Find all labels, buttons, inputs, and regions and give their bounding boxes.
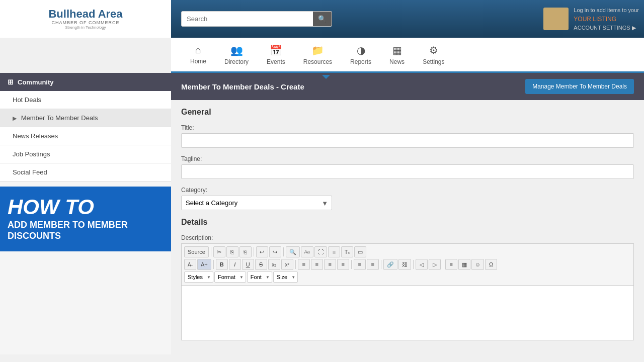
- community-icon: ⊞: [8, 78, 14, 86]
- description-label: Description:: [181, 234, 634, 241]
- show-blocks-button[interactable]: ≡: [328, 246, 340, 257]
- blockquote-button[interactable]: ≡: [445, 259, 457, 270]
- settings-icon: ⚙: [429, 44, 438, 56]
- print-button[interactable]: ▭: [354, 246, 366, 257]
- general-section-title: General: [181, 108, 634, 117]
- toolbar-sep-7: [381, 260, 381, 269]
- toolbar-sep-3: [283, 247, 284, 256]
- avatar: [543, 8, 569, 30]
- indent-decrease-button[interactable]: ◁: [416, 259, 428, 270]
- sidebar: ⊞ Community Hot Deals ▶ Member To Member…: [0, 73, 171, 354]
- user-greeting: Log in to add items to your: [574, 6, 639, 15]
- source-button[interactable]: Source: [184, 246, 209, 257]
- nav-label-settings: Settings: [423, 58, 444, 65]
- title-input[interactable]: [181, 133, 634, 148]
- maximize-button[interactable]: ⛶: [314, 246, 327, 257]
- nav-item-home[interactable]: ⌂ Home: [181, 40, 215, 69]
- nav-item-resources[interactable]: 📁 Resources: [294, 40, 341, 69]
- toolbar-sep-4: [213, 260, 214, 269]
- howto-line1: HOW TO: [8, 197, 164, 218]
- toolbar-sep-9: [443, 260, 443, 269]
- align-justify-button[interactable]: ≡: [337, 259, 349, 270]
- sidebar-label-job-postings: Job Postings: [13, 150, 50, 158]
- home-icon: ⌂: [195, 44, 201, 56]
- directory-icon: 👥: [230, 44, 243, 56]
- description-field-group: Description: Source ✂ ⎘ ⎗ ↩ ↪: [181, 234, 634, 340]
- underline-button[interactable]: U: [242, 259, 254, 270]
- search-button[interactable]: 🔍: [313, 12, 332, 26]
- details-section: Details Description: Source ✂ ⎘ ⎗: [181, 218, 634, 340]
- page-title: Member To Member Deals - Create: [181, 82, 304, 91]
- unlink-button[interactable]: ⛓: [398, 259, 411, 270]
- manage-button[interactable]: Manage Member To Member Deals: [525, 79, 634, 94]
- bold-button[interactable]: B: [216, 259, 228, 270]
- subscript-button[interactable]: x₂: [268, 259, 280, 270]
- search-input[interactable]: [182, 12, 313, 26]
- unordered-list-button[interactable]: ≡: [367, 259, 379, 270]
- nav-item-events[interactable]: 📅 Events: [258, 40, 294, 69]
- font-size-decrease-button[interactable]: A-: [184, 259, 196, 270]
- smiley-button[interactable]: ☺: [471, 259, 484, 270]
- superscript-button[interactable]: x²: [281, 259, 293, 270]
- form-container: General Title: Tagline: Category: Select…: [171, 100, 644, 354]
- undo-button[interactable]: ↩: [256, 246, 268, 257]
- toolbar-sep-1: [211, 247, 211, 256]
- sidebar-section-label: Community: [18, 78, 54, 86]
- category-field-group: Category: Select a Category ▼: [181, 187, 634, 210]
- sidebar-item-news-releases[interactable]: News Releases: [0, 127, 171, 145]
- nav-item-directory[interactable]: 👥 Directory: [215, 40, 258, 69]
- sidebar-item-member-to-member[interactable]: ▶ Member To Member Deals: [0, 109, 171, 127]
- sidebar-label-news-releases: News Releases: [13, 132, 58, 140]
- tagline-input[interactable]: [181, 164, 634, 179]
- logo-area: Bullhead Area CHAMBER OF COMMERCE Streng…: [0, 0, 171, 38]
- tagline-label: Tagline:: [181, 155, 634, 162]
- nav-label-news: News: [389, 58, 405, 65]
- howto-line2: ADD MEMBER TO MEMBER DISCOUNTS: [8, 220, 164, 241]
- category-select[interactable]: Select a Category: [181, 196, 332, 210]
- search-box[interactable]: 🔍: [181, 11, 332, 27]
- indent-increase-button[interactable]: ▷: [429, 259, 441, 270]
- nav-label-events: Events: [267, 58, 285, 65]
- remove-format-button[interactable]: Tₓ: [341, 246, 353, 257]
- cut-button[interactable]: ✂: [213, 246, 225, 257]
- description-editor[interactable]: [181, 285, 634, 340]
- replace-button[interactable]: Aa: [301, 246, 313, 257]
- title-label: Title:: [181, 124, 634, 131]
- nav-label-reports: Reports: [350, 58, 371, 65]
- strikethrough-button[interactable]: S: [255, 259, 267, 270]
- special-char-button[interactable]: Ω: [485, 259, 497, 270]
- reports-icon: ◑: [357, 44, 365, 56]
- table-button[interactable]: ▦: [458, 259, 470, 270]
- user-account-link[interactable]: ACCOUNT SETTINGS ▶: [574, 24, 639, 32]
- ordered-list-button[interactable]: ≡: [354, 259, 366, 270]
- italic-button[interactable]: I: [229, 259, 241, 270]
- logo-subtitle: CHAMBER OF COMMERCE: [48, 20, 122, 25]
- toolbar-sep-8: [413, 260, 414, 269]
- paste-button[interactable]: ⎗: [239, 246, 252, 257]
- sidebar-item-hot-deals[interactable]: Hot Deals: [0, 91, 171, 109]
- redo-button[interactable]: ↪: [269, 246, 281, 257]
- link-button[interactable]: 🔗: [383, 259, 397, 270]
- copy-button[interactable]: ⎘: [226, 246, 238, 257]
- format-dropdown[interactable]: Format: [214, 272, 246, 283]
- align-left-button[interactable]: ≡: [298, 259, 310, 270]
- nav-bar: ⌂ Home 👥 Directory 📅 Events 📁 Resources …: [171, 38, 644, 73]
- details-section-title: Details: [181, 218, 634, 227]
- size-dropdown[interactable]: Size: [273, 272, 298, 283]
- font-size-increase-button[interactable]: A+: [197, 259, 211, 270]
- sidebar-item-social-feed[interactable]: Social Feed: [0, 163, 171, 182]
- nav-item-news[interactable]: ▦ News: [380, 40, 414, 69]
- sidebar-item-job-postings[interactable]: Job Postings: [0, 145, 171, 163]
- logo-tagline: Strength in Technology: [48, 25, 122, 30]
- user-listing-link[interactable]: YOUR LISTING: [574, 15, 639, 24]
- nav-item-reports[interactable]: ◑ Reports: [341, 40, 380, 69]
- styles-dropdown[interactable]: Styles: [184, 272, 213, 283]
- find-button[interactable]: 🔍: [286, 246, 300, 257]
- align-right-button[interactable]: ≡: [324, 259, 336, 270]
- nav-item-settings[interactable]: ⚙ Settings: [414, 40, 453, 69]
- resources-icon: 📁: [311, 44, 324, 56]
- align-center-button[interactable]: ≡: [311, 259, 323, 270]
- editor-toolbar: Source ✂ ⎘ ⎗ ↩ ↪ 🔍 Aa ⛶ ≡: [181, 243, 634, 285]
- events-icon: 📅: [270, 44, 282, 56]
- font-dropdown[interactable]: Font: [247, 272, 272, 283]
